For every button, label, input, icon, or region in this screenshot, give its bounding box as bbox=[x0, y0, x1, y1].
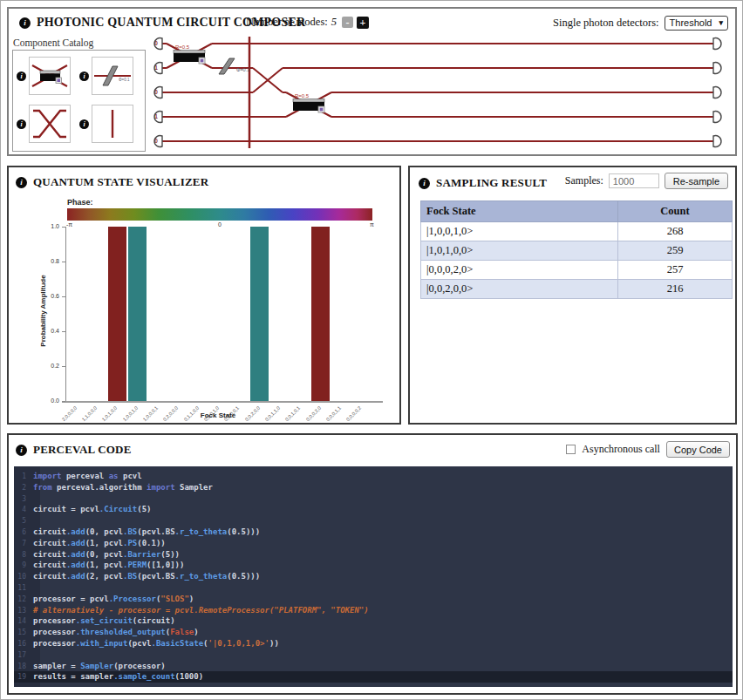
code-line-15: 15processor.thresholded_output(False) bbox=[14, 627, 733, 638]
circuit-canvas[interactable]: R=0.5 Φ=0.1 R=0.5 bbox=[148, 30, 734, 153]
bs2-label: R=0.5 bbox=[295, 93, 310, 99]
info-icon[interactable]: i bbox=[16, 445, 27, 456]
code-line-18: 18sampler = Sampler(processor) bbox=[14, 661, 733, 672]
code-line-5: 5 bbox=[14, 515, 733, 527]
visualizer-header: i QUANTUM STATE VISUALIZER bbox=[16, 175, 208, 189]
panel-title: QUANTUM STATE VISUALIZER bbox=[33, 175, 208, 189]
info-icon[interactable]: i bbox=[17, 71, 26, 81]
detectors-selected-value: Threshold bbox=[670, 17, 712, 28]
y-tick-label: 0.6 bbox=[51, 293, 59, 299]
code-line-4: 4circuit = pcvl.Circuit(5) bbox=[14, 504, 733, 515]
y-tick-label: 0.4 bbox=[51, 328, 59, 334]
detector-3[interactable] bbox=[713, 112, 721, 123]
count-cell: 257 bbox=[618, 261, 733, 280]
code-line-10: 10circuit.add(2, pcvl.BS(pcvl.BS.r_to_th… bbox=[14, 571, 733, 582]
line-number: 19 bbox=[14, 672, 33, 683]
catalog-item-permutation[interactable]: i bbox=[17, 105, 71, 143]
samples-label: Samples: bbox=[565, 174, 603, 187]
fock-state-cell: |1,0,1,0,0> bbox=[421, 241, 618, 261]
svg-text:Φ=0.1: Φ=0.1 bbox=[119, 78, 130, 82]
x-axis-label: Fock State bbox=[176, 411, 260, 419]
y-tick-mark bbox=[62, 366, 65, 367]
state-visualizer-panel: i QUANTUM STATE VISUALIZER Phase: -π 0 π… bbox=[7, 166, 401, 425]
info-icon[interactable]: i bbox=[79, 119, 89, 129]
code-header: i PERCEVAL CODE bbox=[16, 443, 132, 457]
beam-splitter-component-1[interactable]: R=0.5 bbox=[174, 44, 205, 65]
table-row: |1,0,1,0,0>259 bbox=[421, 241, 733, 261]
output-detectors bbox=[713, 38, 721, 147]
y-tick-label: 0.0 bbox=[51, 398, 59, 404]
plot-area bbox=[65, 227, 371, 401]
bar-1,0,1,0,0 bbox=[108, 227, 126, 401]
code-line-11: 11 bbox=[14, 582, 733, 594]
detector-2[interactable] bbox=[713, 87, 721, 99]
info-icon[interactable]: i bbox=[79, 71, 89, 81]
info-icon[interactable]: i bbox=[419, 178, 430, 189]
beam-splitter-component-2[interactable]: R=0.5 bbox=[293, 93, 324, 113]
code-line-9: 9circuit.add(1, pcvl.PERM([1,0])) bbox=[14, 560, 733, 571]
ps-label: Φ=0.1 bbox=[236, 67, 249, 72]
phase-colorbar-label: Phase: bbox=[67, 198, 93, 207]
fock-state-cell: |0,0,2,0,0> bbox=[421, 280, 618, 299]
copy-code-button[interactable]: Copy Code bbox=[666, 441, 730, 458]
code-line-16: 16processor.with_input(pcvl.BasicState('… bbox=[14, 638, 733, 649]
detectors-select[interactable]: Threshold ▾ bbox=[665, 16, 728, 31]
info-icon[interactable]: i bbox=[17, 119, 26, 129]
y-tick-mark bbox=[62, 401, 65, 402]
modes-value: 5 bbox=[331, 16, 337, 29]
code-line-6: 6circuit.add(0, pcvl.BS(pcvl.BS.r_to_the… bbox=[14, 527, 733, 538]
detector-0[interactable] bbox=[713, 38, 721, 50]
code-line-1: 1import perceval as pcvl bbox=[14, 471, 733, 482]
table-body: |1,0,0,1,0>268|1,0,1,0,0>259|0,0,0,2,0>2… bbox=[421, 222, 733, 299]
catalog-item-phase-shifter[interactable]: i Φ=0.1 bbox=[79, 57, 133, 95]
increase-modes-button[interactable]: + bbox=[357, 17, 369, 29]
resample-button[interactable]: Re-sample bbox=[665, 173, 728, 189]
panel-title: SAMPLING RESULT bbox=[436, 176, 547, 190]
detector-control: Single photon detectors: Threshold ▾ bbox=[553, 16, 728, 31]
samples-input[interactable] bbox=[609, 173, 659, 188]
catalog-item-beam-splitter[interactable]: i bbox=[17, 57, 71, 95]
table-row: |0,0,2,0,0>216 bbox=[421, 280, 733, 299]
sampling-result-panel: i SAMPLING RESULT Samples: Re-sample Foc… bbox=[408, 166, 737, 425]
table-header-count: Count bbox=[618, 201, 733, 222]
input-photon-counts: 0 1 0 1 0 bbox=[154, 40, 158, 144]
y-tick-label: 0.8 bbox=[51, 258, 59, 264]
fock-state-table: Fock State Count |1,0,0,1,0>268|1,0,1,0,… bbox=[420, 200, 733, 299]
code-line-8: 8circuit.add(0, pcvl.Barrier(5)) bbox=[14, 549, 733, 561]
modes-label: Number of modes: bbox=[246, 16, 328, 29]
code-controls: Asynchronous call Copy Code bbox=[566, 441, 730, 458]
async-call-checkbox[interactable] bbox=[566, 445, 576, 454]
detector-1[interactable] bbox=[713, 63, 721, 74]
info-icon[interactable]: i bbox=[19, 17, 31, 29]
phase-shifter-component[interactable]: Φ=0.1 bbox=[219, 58, 249, 74]
code-editor[interactable]: 1import perceval as pcvl2from perceval.a… bbox=[14, 466, 733, 687]
chevron-down-icon: ▾ bbox=[719, 18, 723, 27]
modes-control: Number of modes: 5 - + bbox=[246, 16, 369, 29]
info-icon[interactable]: i bbox=[16, 177, 27, 188]
sampling-controls: Samples: Re-sample bbox=[565, 173, 728, 189]
code-line-7: 7circuit.add(1, pcvl.PS(0.1)) bbox=[14, 538, 733, 549]
y-tick-label: 1.0 bbox=[51, 223, 59, 229]
phase-shifter-icon[interactable]: Φ=0.1 bbox=[92, 57, 133, 95]
phase-colorbar bbox=[67, 208, 372, 221]
fock-state-cell: |1,0,0,1,0> bbox=[421, 222, 618, 241]
detector-4[interactable] bbox=[713, 136, 721, 147]
svg-text:1: 1 bbox=[154, 113, 158, 119]
svg-text:0: 0 bbox=[154, 40, 158, 46]
decrease-modes-button[interactable]: - bbox=[342, 17, 353, 28]
code-line-2: 2from perceval.algorithm import Sampler bbox=[14, 482, 733, 493]
barrier-icon[interactable] bbox=[92, 105, 133, 143]
component-catalog: i i Φ=0. bbox=[12, 50, 146, 152]
catalog-item-barrier[interactable]: i bbox=[79, 105, 133, 143]
sampling-header: i SAMPLING RESULT bbox=[419, 176, 547, 190]
beam-splitter-icon[interactable] bbox=[29, 57, 71, 95]
bar-0,0,0,2,0 bbox=[311, 227, 330, 401]
async-call-label: Asynchronous call bbox=[582, 443, 660, 456]
count-cell: 268 bbox=[618, 222, 733, 241]
detectors-label: Single photon detectors: bbox=[553, 17, 659, 30]
code-line-12: 12processor = pcvl.Processor("SLOS") bbox=[14, 594, 733, 605]
panel-title: PERCEVAL CODE bbox=[33, 443, 132, 457]
bar-1,0,0,1,0 bbox=[128, 227, 147, 401]
catalog-label: Component Catalog bbox=[13, 37, 93, 48]
permutation-icon[interactable] bbox=[29, 105, 71, 143]
